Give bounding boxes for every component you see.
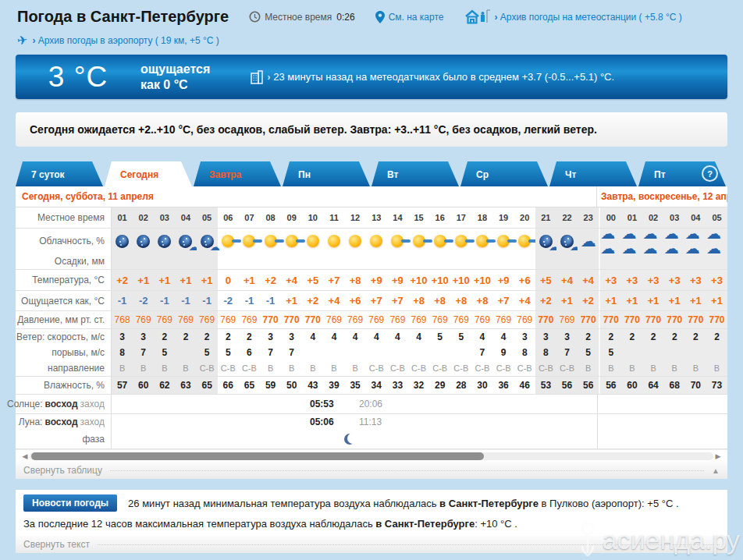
collapse-text-bar[interactable]: Свернуть текст [16, 536, 727, 553]
cloudiness-cell [260, 229, 281, 253]
sundash-icon [413, 235, 425, 247]
tab-3[interactable]: Завтра [194, 161, 281, 186]
precipitation-cell [218, 253, 239, 269]
local-time-cell: 18 [471, 207, 492, 228]
pressure-cell: 769 [154, 311, 175, 328]
cloudiness-cell [387, 229, 408, 253]
cloudiness-cell [323, 229, 344, 253]
feels-like-cell: -1 [197, 291, 218, 310]
clouds-icon: ☁☁ [685, 226, 706, 256]
airplane-icon: ✈ [16, 32, 29, 48]
local-time-cell: 20 [514, 207, 535, 228]
map-link[interactable]: См. на карте [389, 12, 444, 23]
wind-direction-cell: С-В [556, 360, 578, 376]
temperature-cell: +1 [197, 270, 218, 290]
tab-5[interactable]: Вт [372, 161, 459, 186]
page-header: Погода в Санкт-Петербурге Местное время … [0, 0, 743, 48]
humidity-cell: 56 [599, 377, 621, 394]
tab-7[interactable]: Чт [549, 161, 637, 186]
wind-speed-cell: 4 [387, 329, 408, 345]
weather-news: Новости погоды 26 минут назад минимальна… [16, 490, 727, 553]
cloudiness-cell [535, 229, 556, 253]
temperature-cell: +4 [578, 270, 599, 290]
temperature-cell: +3 [643, 270, 664, 290]
airport-archive-link[interactable]: Архив погоды в аэропорту ( 19 км, +5 °C … [32, 35, 219, 46]
wind-gusts-cell: 7 [471, 345, 492, 360]
scroll-left-icon[interactable]: ◀ [20, 452, 30, 460]
table-row-local-time: Местное время010203040506070809101112131… [16, 207, 727, 229]
humidity-cell: 28 [450, 377, 471, 394]
tab-6[interactable]: Ср [460, 161, 548, 186]
temperature-cell: +5 [302, 270, 323, 290]
collapse-table-label[interactable]: Свернуть таблицу [23, 465, 102, 476]
wind-speed-cell: 3 [112, 329, 133, 345]
wind-direction-cell: В [685, 360, 706, 376]
pressure-cell: 769 [133, 311, 154, 328]
temperature-cell: +3 [685, 270, 706, 290]
pressure-row-label: Давление, мм рт. ст. [16, 311, 112, 328]
sundash-icon [497, 235, 510, 247]
feels-like-cell: +1 [621, 291, 642, 310]
sundash-icon [455, 235, 467, 247]
collapse-text-label[interactable]: Свернуть текст [23, 539, 90, 550]
cloudiness-cell [345, 229, 366, 253]
help-icon[interactable]: ? [702, 165, 718, 182]
humidity-cell: 35 [345, 377, 366, 394]
cloudiness-cell: ☁☁ [664, 229, 685, 253]
tab-2[interactable]: Сегодня [105, 161, 192, 186]
wind-speed-cell: 2 [685, 329, 706, 345]
mooncloud-icon [201, 235, 214, 248]
news-badge[interactable]: Новости погоды [23, 494, 117, 512]
cloudiness-cell [366, 229, 387, 253]
humidity-cell: 56 [556, 377, 578, 394]
wind-speed-cell: 2 [175, 329, 196, 345]
collapse-table-bar[interactable]: Свернуть таблицу ▲ [16, 462, 727, 479]
tab-4[interactable]: Пн [283, 161, 370, 186]
cloudiness-cell [281, 229, 302, 253]
sensor-message-link[interactable]: 23 минуты назад на метеодатчиках было в … [267, 71, 614, 83]
sun-times-cell: 05:53 20:06 [112, 395, 727, 413]
wind-direction-cell: С-В [197, 360, 218, 376]
local-time-cell: 19 [493, 207, 514, 228]
wind-speed-cell: 3 [514, 329, 535, 345]
wind-direction-cell: С-В [493, 360, 514, 376]
precipitation-cell [471, 253, 492, 269]
temperature-cell: +3 [599, 270, 621, 290]
precipitation-cell [599, 253, 621, 269]
scrollbar-track[interactable] [30, 452, 713, 460]
precipitation-cell [556, 253, 578, 269]
precipitation-cell [366, 253, 387, 269]
clock-icon [249, 11, 261, 23]
temperature-cell: +3 [621, 270, 642, 290]
local-time-cell: 08 [260, 207, 281, 228]
temperature-cell: +1 [154, 270, 175, 290]
wind-speed-cell: 2 [578, 329, 599, 345]
scroll-right-icon[interactable]: ▶ [713, 452, 723, 460]
humidity-cell: 33 [387, 377, 408, 394]
temperature-cell: +9 [366, 270, 387, 290]
cloudiness-cell [239, 229, 260, 253]
precipitation-cell [706, 253, 727, 269]
table-row-wind-speed: Ветер: скорость, м/с33222223344444455443… [16, 329, 727, 345]
feels-like-cell: +1 [643, 291, 664, 310]
station-archive-link[interactable]: Архив погоды на метеостанции ( +5.8 °C ) [495, 12, 682, 23]
pressure-cell: 768 [112, 311, 133, 328]
cloudiness-cell: ☁☁ [621, 229, 642, 253]
temperature-cell: +1 [133, 270, 154, 290]
scrollbar-thumb[interactable] [31, 452, 484, 460]
local-time-cell: 23 [578, 207, 599, 228]
local-time-cell: 04 [175, 207, 196, 228]
wind-gusts-cell: 5 [218, 345, 239, 360]
pressure-cell: 770 [260, 311, 281, 328]
temperature-cell: +3 [664, 270, 685, 290]
local-time-cell: 06 [218, 207, 239, 228]
humidity-cell: 32 [408, 377, 429, 394]
humidity-cell: 50 [281, 377, 302, 394]
wind-speed-cell: 2 [643, 329, 664, 345]
wind-gusts-cell: 9 [493, 345, 514, 360]
pressure-cell: 769 [429, 311, 450, 328]
wind-direction-cell: В [664, 360, 685, 376]
tab-1[interactable]: 7 суток [16, 161, 103, 186]
sundash-icon [518, 235, 531, 247]
wind-gusts-cell: 5 [154, 345, 175, 360]
